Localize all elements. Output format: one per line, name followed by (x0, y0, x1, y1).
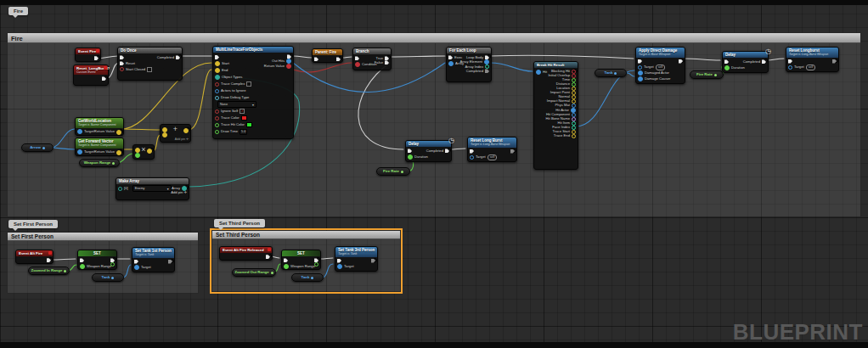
dropdown-select[interactable]: None▾ (217, 101, 256, 108)
pin[interactable] (317, 262, 320, 267)
pin[interactable] (282, 257, 316, 263)
pin[interactable] (132, 259, 153, 265)
node-header[interactable]: Delay (723, 52, 768, 58)
exec-pin-icon[interactable] (176, 55, 180, 59)
node-reset-long-burst-call-mid[interactable]: Reset Long BurstTarget is Long Burst Wea… (467, 137, 517, 162)
data-pin-icon[interactable] (638, 76, 643, 81)
exec-pin-icon[interactable] (445, 149, 449, 153)
variable-pill-tank-var-top[interactable]: Tank (595, 69, 627, 77)
pin-duration[interactable]: Duration (723, 65, 747, 70)
node-event-alt-fire-released[interactable]: Event Alt Fire Released (219, 246, 273, 261)
exec-pin-icon[interactable] (215, 55, 219, 59)
pin-trace-hit-color[interactable]: Trace Hit Color (213, 121, 258, 128)
node-set-tank-1st-person[interactable]: Set Tank 1st PersonTarget is TankTarget (132, 247, 175, 272)
node-header[interactable]: Event Alt Fire (16, 250, 53, 256)
pin-draw-time[interactable]: Draw Time5.0 (213, 128, 258, 135)
pin[interactable] (339, 57, 342, 61)
data-pin-icon[interactable] (77, 129, 82, 134)
pin-hit[interactable]: Hit (534, 69, 549, 75)
pin[interactable] (187, 128, 190, 133)
pin-false[interactable]: False (387, 60, 391, 65)
pin--0-[interactable]: [0]Enemy▾ (116, 185, 173, 192)
variable-output-pin[interactable] (714, 74, 717, 76)
pin[interactable] (374, 259, 377, 263)
node-break-hit-result[interactable]: Break Hit ResultHitBlocking HitInitial O… (533, 61, 578, 170)
node-multiply[interactable]: × (132, 144, 155, 160)
node-set-weapon-range-fp[interactable]: SETWeapon Range (77, 250, 117, 270)
node-header[interactable]: Set Tank 1st PersonTarget is Tank (132, 248, 174, 258)
checkbox[interactable] (246, 81, 251, 87)
exec-pin-icon[interactable] (102, 76, 106, 81)
data-pin-icon[interactable] (724, 65, 730, 70)
exec-pin-icon[interactable] (679, 59, 683, 64)
data-pin-icon[interactable] (215, 61, 220, 66)
node-header[interactable]: Get Forward VectorTarget is Scene Compon… (76, 138, 123, 149)
exec-pin-icon[interactable] (762, 59, 766, 64)
node-delay-top[interactable]: ◷DelayDurationCompleted (722, 51, 769, 73)
node-do-once[interactable]: Do OnceResetStart ClosedCompleted (117, 47, 183, 81)
pin-weapon-range[interactable]: Weapon Range (282, 263, 316, 269)
node-header[interactable]: Break Hit Result (534, 62, 578, 68)
pin-ignore-self[interactable]: Ignore Self✓ (213, 108, 258, 115)
data-pin-icon[interactable] (408, 154, 413, 160)
dropdown-select[interactable]: Enemy▾ (132, 185, 172, 192)
data-pin-icon[interactable] (215, 123, 219, 127)
node-for-each-loop[interactable]: For Each LoopExecArrayLoop BodyArray Ele… (446, 47, 492, 82)
node-apply-direct-damage[interactable]: Apply Direct DamageTarget is Base Weapon… (635, 47, 685, 84)
pin[interactable] (78, 257, 112, 263)
variable-pill-fire-rate-var-top[interactable]: Fire Rate (690, 70, 724, 79)
data-pin-icon[interactable] (116, 130, 121, 135)
data-pin-icon[interactable] (118, 187, 122, 191)
exec-pin-icon[interactable] (724, 59, 729, 64)
pin[interactable]: None▾ (213, 101, 258, 108)
exec-pin-icon[interactable] (336, 57, 341, 61)
color-swatch[interactable] (241, 115, 247, 121)
exec-pin-icon[interactable] (385, 60, 389, 65)
node-header[interactable]: Apply Direct DamageTarget is Base Weapon (636, 48, 685, 58)
pin-completed[interactable]: Completed (488, 69, 491, 73)
pin-return-value[interactable]: Return Value (120, 150, 123, 155)
data-pin-icon[interactable] (215, 89, 219, 93)
node-header[interactable]: Parent: Fire (313, 49, 342, 55)
pin[interactable] (118, 54, 154, 60)
data-pin-icon[interactable] (284, 264, 289, 269)
exec-pin-icon[interactable] (80, 258, 84, 262)
comment-header[interactable]: Set First Person (8, 233, 198, 241)
pin[interactable] (636, 59, 673, 65)
pin-reset[interactable]: Reset (118, 60, 154, 66)
node-delay-mid[interactable]: ◷DelayDurationCompleted (405, 140, 452, 162)
node-header[interactable]: Reset_LongBurst?Custom Event (74, 65, 108, 75)
variable-output-pin[interactable] (111, 277, 114, 279)
node-header[interactable]: Delay (406, 141, 451, 147)
pin-target[interactable]: Targetself (468, 154, 499, 160)
pin-duration[interactable]: Duration (406, 154, 430, 160)
pin-damaged-actor[interactable]: Damaged Actor (636, 70, 673, 76)
pin[interactable] (150, 149, 154, 154)
variable-output-pin[interactable] (42, 147, 45, 149)
pin-end[interactable]: End (213, 67, 258, 74)
pin-weapon-range[interactable]: Weapon Range (78, 263, 112, 269)
pin-target[interactable]: Targetself (636, 65, 673, 70)
pin[interactable] (113, 262, 116, 267)
exec-pin-icon[interactable] (266, 255, 270, 259)
pin-object-types[interactable]: Object Types (213, 74, 258, 81)
variable-pill-zoomed-in-range-var[interactable]: Zoomed In Range (28, 267, 70, 275)
exec-pin-icon[interactable] (284, 258, 288, 262)
pin-completed[interactable]: Completed (448, 149, 451, 153)
node-event-fire[interactable]: Event Fire (75, 48, 101, 62)
exec-pin-icon[interactable] (408, 149, 412, 153)
checkbox[interactable] (147, 67, 152, 72)
variable-output-pin[interactable] (311, 277, 313, 279)
exec-pin-icon[interactable] (832, 59, 837, 64)
data-pin-icon[interactable] (135, 153, 140, 158)
pin[interactable] (171, 260, 174, 264)
node-set-tank-3rd-person[interactable]: Set Tank 3rd PersonTarget is TankTarget (335, 246, 378, 272)
pin[interactable] (97, 56, 100, 60)
data-pin-icon[interactable] (638, 70, 643, 76)
pin-target[interactable]: Target (132, 265, 153, 271)
variable-output-pin[interactable] (401, 171, 403, 173)
node-header[interactable]: Set Tank 3rd PersonTarget is Tank (335, 247, 377, 257)
pin-target[interactable]: Target (76, 129, 96, 135)
exec-pin-icon[interactable] (470, 149, 474, 154)
variable-output-pin[interactable] (614, 72, 617, 75)
